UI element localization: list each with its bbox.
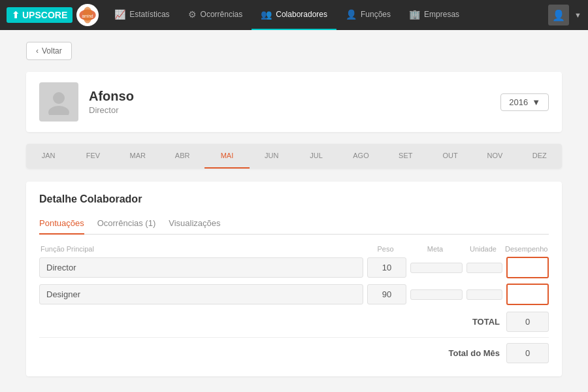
cell-peso-0: 10	[367, 257, 406, 278]
avatar	[39, 82, 78, 122]
profile-name: Afonso	[89, 89, 500, 104]
col-header-desempenho: Desempenho	[505, 245, 547, 253]
month-jun[interactable]: JUN	[250, 144, 294, 169]
back-label: Voltar	[42, 46, 62, 56]
month-jul[interactable]: JUL	[294, 144, 338, 169]
tab-ocorrencias[interactable]: Ocorrências (1)	[97, 213, 156, 235]
profile-role: Director	[89, 105, 500, 115]
chart-icon: 📈	[114, 9, 125, 20]
cell-unidade-0	[466, 263, 502, 273]
month-out[interactable]: OUT	[428, 144, 472, 169]
user-menu-arrow[interactable]: ▼	[574, 11, 581, 19]
main-content: ‹ Voltar Afonso Director 2016 ▼ JAN FEV …	[0, 30, 588, 392]
total-mes-value: 0	[506, 343, 549, 363]
month-mai[interactable]: MAI	[204, 144, 249, 169]
table-row: Designer 90	[39, 284, 549, 305]
brand-icon: ⬆	[12, 10, 20, 20]
secondary-logo: amind	[76, 4, 99, 26]
nav-label-funcoes: Funções	[361, 10, 391, 19]
nav-right: 👤 ▼	[548, 5, 581, 25]
nav-item-funcoes[interactable]: 👤 Funções	[336, 0, 400, 30]
nav-item-estatisticas[interactable]: 📈 Estatísticas	[105, 0, 178, 30]
total-mes-label: Total do Mês	[449, 348, 500, 358]
navbar: ⬆ UPSCORE amind 📈 Estatísticas ⚙ Ocorrên…	[0, 0, 588, 30]
month-jan[interactable]: JAN	[26, 144, 71, 169]
total-mes-row: Total do Mês 0	[39, 337, 549, 363]
cell-meta-1	[410, 289, 463, 300]
amind-logo-svg: amind	[78, 6, 97, 24]
nav-items: 📈 Estatísticas ⚙ Ocorrências 👥 Colaborad…	[105, 0, 548, 30]
svg-text:amind: amind	[82, 14, 94, 18]
total-label: TOTAL	[472, 317, 500, 327]
cell-unidade-1	[466, 289, 502, 300]
back-arrow-icon: ‹	[36, 46, 39, 56]
year-value: 2016	[509, 97, 528, 107]
month-abr[interactable]: ABR	[160, 144, 204, 169]
month-mar[interactable]: MAR	[116, 144, 160, 169]
month-dez[interactable]: DEZ	[517, 144, 562, 169]
cell-funcao-1: Designer	[39, 284, 363, 304]
nav-label-ocorrencias: Ocorrências	[201, 10, 243, 19]
cell-peso-1: 90	[367, 284, 406, 304]
nav-item-colaboradores[interactable]: 👥 Colaboradores	[252, 0, 336, 30]
column-headers: Função Principal Peso Meta Unidade Desem…	[39, 245, 549, 253]
month-fev[interactable]: FEV	[71, 144, 115, 169]
table-row: Director 10	[39, 257, 549, 278]
tab-pontuacoes[interactable]: Pontuações	[39, 213, 84, 235]
cell-desempenho-0[interactable]	[506, 257, 549, 278]
svg-point-3	[53, 92, 65, 104]
back-button[interactable]: ‹ Voltar	[26, 42, 72, 60]
person-icon: 👤	[346, 9, 357, 20]
nav-item-empresas[interactable]: 🏢 Empresas	[400, 0, 468, 30]
building-icon: 🏢	[409, 9, 420, 20]
tabs: Pontuações Ocorrências (1) Visualizações	[39, 213, 549, 235]
brand-name: UPSCORE	[22, 10, 67, 20]
col-header-funcao: Função Principal	[41, 245, 366, 253]
cell-desempenho-1[interactable]	[506, 284, 549, 305]
col-header-peso: Peso	[366, 245, 405, 253]
svg-point-4	[48, 106, 69, 115]
year-dropdown-arrow: ▼	[532, 97, 540, 107]
month-nov[interactable]: NOV	[472, 144, 517, 169]
year-selector[interactable]: 2016 ▼	[500, 93, 549, 111]
months-bar: JAN FEV MAR ABR MAI JUN JUL AGO SET OUT …	[26, 144, 562, 169]
brand-area: ⬆ UPSCORE amind	[7, 4, 99, 26]
nav-label-estatisticas: Estatísticas	[129, 10, 169, 19]
total-value: 0	[506, 312, 549, 332]
month-set[interactable]: SET	[384, 144, 428, 169]
total-row: TOTAL 0	[39, 312, 549, 332]
profile-info: Afonso Director	[89, 89, 500, 115]
profile-header: Afonso Director 2016 ▼	[26, 72, 562, 132]
upscore-logo: ⬆ UPSCORE	[7, 7, 73, 23]
cell-meta-0	[410, 263, 463, 273]
people-icon: 👥	[261, 9, 272, 20]
month-ago[interactable]: AGO	[338, 144, 383, 169]
cell-funcao-0: Director	[39, 257, 363, 278]
detail-section: Detalhe Colaborador Pontuações Ocorrênci…	[26, 182, 562, 376]
nav-item-ocorrencias[interactable]: ⚙ Ocorrências	[179, 0, 252, 30]
user-avatar-nav[interactable]: 👤	[548, 5, 569, 25]
section-title: Detalhe Colaborador	[39, 193, 549, 205]
col-header-unidade: Unidade	[465, 245, 501, 253]
tab-visualizacoes[interactable]: Visualizações	[169, 213, 220, 235]
gear-icon: ⚙	[188, 9, 197, 20]
col-header-meta: Meta	[409, 245, 461, 253]
nav-label-empresas: Empresas	[424, 10, 459, 19]
nav-label-colaboradores: Colaboradores	[276, 10, 327, 19]
